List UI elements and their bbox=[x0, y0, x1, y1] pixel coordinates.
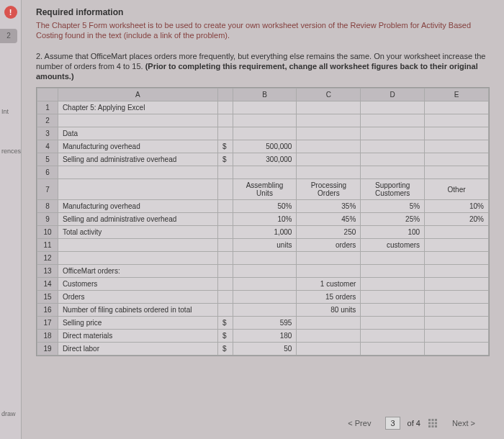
cell-c10[interactable]: 250 bbox=[297, 226, 361, 239]
cell-b18-dollar[interactable]: $ bbox=[217, 330, 233, 343]
sidebar-label-draw: draw bbox=[1, 410, 16, 417]
cell-a12[interactable] bbox=[58, 252, 217, 265]
cell-b8[interactable]: 50% bbox=[233, 200, 297, 213]
cell-a1[interactable]: Chapter 5: Applying Excel bbox=[58, 101, 217, 114]
step-tab-2[interactable]: 2 bbox=[0, 29, 17, 43]
cell-a15[interactable]: Orders bbox=[58, 291, 217, 304]
cell-b17[interactable]: 595 bbox=[233, 317, 297, 330]
cell-c16[interactable]: 80 units bbox=[297, 304, 361, 317]
cell-c15[interactable]: 15 orders bbox=[297, 291, 361, 304]
pagination-footer: < Prev 3 of 4 Next > bbox=[341, 416, 482, 430]
cell-a7[interactable] bbox=[58, 179, 217, 200]
svg-rect-3 bbox=[428, 422, 431, 425]
cell-a11[interactable] bbox=[58, 239, 217, 252]
cell-b4-dollar[interactable]: $ bbox=[217, 140, 233, 153]
alert-icon: ! bbox=[4, 6, 17, 19]
svg-rect-7 bbox=[431, 425, 433, 427]
cell-b9[interactable]: 10% bbox=[233, 213, 297, 226]
cell-e8[interactable]: 10% bbox=[425, 200, 489, 213]
cell-c7[interactable]: Processing Orders bbox=[297, 179, 361, 200]
cell-b19-dollar[interactable]: $ bbox=[217, 343, 233, 356]
col-header-a: A bbox=[58, 89, 217, 101]
cell-a5[interactable]: Selling and administrative overhead bbox=[58, 153, 217, 166]
grid-icon[interactable] bbox=[428, 418, 438, 428]
cell-a17[interactable]: Selling price bbox=[58, 317, 217, 330]
cell-a14[interactable]: Customers bbox=[58, 278, 217, 291]
page-current: 3 bbox=[385, 417, 400, 430]
cell-a8[interactable]: Manufacturing overhead bbox=[58, 200, 217, 213]
cell-b11[interactable]: units bbox=[233, 239, 297, 252]
cell-b4[interactable]: 500,000 bbox=[233, 140, 297, 153]
svg-rect-5 bbox=[435, 422, 437, 425]
left-sidebar: ! 2 Int rences draw bbox=[0, 0, 22, 439]
cell-d11[interactable]: customers bbox=[361, 239, 425, 252]
cell-d10[interactable]: 100 bbox=[361, 226, 425, 239]
svg-rect-0 bbox=[428, 419, 431, 421]
cell-d8[interactable]: 5% bbox=[361, 200, 425, 213]
svg-rect-1 bbox=[431, 419, 433, 421]
cell-a18[interactable]: Direct materials bbox=[58, 330, 217, 343]
cell-e7[interactable]: Other bbox=[425, 179, 489, 200]
cell-a4[interactable]: Manufacturing overhead bbox=[58, 140, 217, 153]
cell-a19[interactable]: Direct labor bbox=[58, 343, 217, 356]
cell-c11[interactable]: orders bbox=[297, 239, 361, 252]
spreadsheet: A B C D E 1Chapter 5: Applying Excel 2 3… bbox=[37, 88, 489, 356]
sidebar-label-hint: Int bbox=[1, 108, 9, 115]
sidebar-label-references: rences bbox=[1, 148, 21, 155]
col-header-e: E bbox=[425, 89, 489, 101]
cell-a13[interactable]: OfficeMart orders: bbox=[58, 265, 217, 278]
cell-b5[interactable]: 300,000 bbox=[233, 153, 297, 166]
svg-rect-2 bbox=[435, 419, 437, 421]
required-info-title: Required information bbox=[36, 7, 490, 17]
col-header-d: D bbox=[361, 89, 425, 101]
cell-a2[interactable] bbox=[58, 114, 217, 127]
prev-button[interactable]: < Prev bbox=[341, 416, 378, 430]
cell-d9[interactable]: 25% bbox=[361, 213, 425, 226]
cell-b19[interactable]: 50 bbox=[233, 343, 297, 356]
svg-rect-8 bbox=[435, 425, 437, 427]
required-info-text: The Chapter 5 Form worksheet is to be us… bbox=[36, 20, 490, 41]
page-total: of 4 bbox=[408, 419, 420, 427]
col-header-c: C bbox=[297, 89, 361, 101]
cell-a6[interactable] bbox=[58, 166, 217, 179]
cell-a16[interactable]: Number of filing cabinets ordered in tot… bbox=[58, 304, 217, 317]
cell-b10[interactable]: 1,000 bbox=[233, 226, 297, 239]
spreadsheet-container: A B C D E 1Chapter 5: Applying Excel 2 3… bbox=[36, 87, 490, 356]
cell-d7[interactable]: Supporting Customers bbox=[361, 179, 425, 200]
cell-b5-dollar[interactable]: $ bbox=[217, 153, 233, 166]
cell-b7[interactable]: Assembling Units bbox=[233, 179, 297, 200]
cell-a9[interactable]: Selling and administrative overhead bbox=[58, 213, 217, 226]
corner-cell bbox=[37, 89, 58, 101]
cell-b17-dollar[interactable]: $ bbox=[217, 317, 233, 330]
cell-c8[interactable]: 35% bbox=[297, 200, 361, 213]
cell-b18[interactable]: 180 bbox=[233, 330, 297, 343]
cell-a3[interactable]: Data bbox=[58, 127, 217, 140]
svg-rect-4 bbox=[431, 422, 433, 425]
cell-c14[interactable]: 1 customer bbox=[297, 278, 361, 291]
next-button[interactable]: Next > bbox=[445, 416, 482, 430]
cell-e9[interactable]: 20% bbox=[425, 213, 489, 226]
cell-c9[interactable]: 45% bbox=[297, 213, 361, 226]
cell-a10[interactable]: Total activity bbox=[58, 226, 217, 239]
col-header-b: B bbox=[233, 89, 297, 101]
main-content: Required information The Chapter 5 Form … bbox=[22, 0, 504, 439]
question-text: 2. Assume that OfficeMart places orders … bbox=[36, 51, 490, 82]
svg-rect-6 bbox=[428, 425, 431, 427]
